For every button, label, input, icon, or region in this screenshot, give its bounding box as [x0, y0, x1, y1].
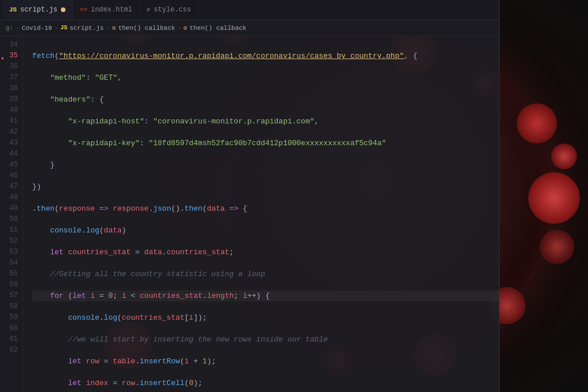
ln-48: 48 [0, 192, 22, 203]
tab-index-html-label: index.html [91, 6, 132, 14]
ln-53: 53 [0, 247, 22, 258]
tab-style-css-label: style.css [154, 6, 191, 14]
tab-index-html[interactable]: <> index.html [73, 0, 140, 20]
html-file-icon: <> [80, 6, 87, 13]
code-line-44: //Getting all the country statistic usin… [32, 269, 499, 280]
virus-spike-12 [551, 143, 577, 169]
code-line-49: let index = row.insertCell(0); [32, 378, 499, 389]
js-file-icon: JS [9, 6, 17, 13]
css-file-icon: # [146, 6, 150, 13]
tab-bar: JS script.js <> index.html # style.css [0, 0, 499, 20]
code-line-47: //we will start by inserting the new row… [32, 334, 499, 345]
ln-39: 39 [0, 94, 22, 105]
ln-41: 41 [0, 116, 22, 127]
breadcrumb-callback-icon-1: ⊙ [112, 24, 116, 32]
breadcrumb-scriptjs[interactable]: script.js [69, 25, 103, 32]
ln-59: 59 [0, 312, 22, 323]
code-content[interactable]: fetch("https://coronavirus-monitor.p.rap… [23, 36, 499, 392]
code-line-43: let countries_stat = data.countries_stat… [32, 247, 499, 258]
code-line-38: "x-rapidapi-key": "18fd8597d4msh52fac90b… [32, 138, 499, 149]
code-line-36: "headers": { [32, 94, 499, 105]
code-line-46: console.log(countries_stat[i]); [32, 312, 499, 323]
ln-45: 45 [0, 160, 22, 170]
tab-modified-dot [61, 7, 65, 12]
ln-57: 57 [0, 290, 22, 301]
ln-46: 46 [0, 170, 22, 181]
tab-script-js[interactable]: JS script.js [2, 0, 73, 20]
code-line-39: } [32, 160, 499, 170]
ln-44: 44 [0, 149, 22, 160]
breadcrumb: g: › Covid-19 › JS script.js › ⊙ then() … [0, 20, 499, 36]
breadcrumb-js-icon: JS [60, 25, 67, 31]
ln-37: 37 [0, 72, 22, 83]
code-line-40: }) [32, 181, 499, 192]
ln-35: 35 [0, 51, 22, 61]
ln-52: 52 [0, 236, 22, 247]
ln-55: 55 [0, 269, 22, 280]
code-line-42: console.log(data) [32, 225, 499, 236]
breadcrumb-callback-icon-2: ⊙ [184, 24, 188, 32]
code-line-34: fetch("https://coronavirus-monitor.p.rap… [32, 51, 499, 61]
code-line-41: .then(response => response.json().then(d… [32, 203, 499, 214]
ln-51: 51 [0, 225, 22, 236]
virus-spike-4 [517, 103, 557, 143]
breadcrumb-then-callback-1[interactable]: then() callback [118, 25, 175, 32]
ln-61: 61 [0, 334, 22, 345]
tab-script-js-label: script.js [20, 6, 57, 14]
code-line-48: let row = table.insertRow(i + 1); [32, 356, 499, 367]
ln-60: 60 [0, 323, 22, 334]
ln-42: 42 [0, 127, 22, 138]
code-line-45: for (let i = 0; i < countries_stat.lengt… [32, 290, 499, 301]
ln-43: 43 [0, 138, 22, 149]
ln-56: 56 [0, 280, 22, 290]
ln-50: 50 [0, 214, 22, 225]
ln-58: 58 [0, 301, 22, 312]
ln-49: 49 [0, 203, 22, 214]
line-numbers: 34 35 36 37 38 39 40 41 42 43 44 45 46 4… [0, 36, 23, 392]
code-line-37: "x-rapidapi-host": "coronavirus-monitor.… [32, 116, 499, 127]
ln-62: 62 [0, 345, 22, 356]
virus-spike-5 [528, 172, 580, 224]
breadcrumb-then-callback-2[interactable]: then() callback [189, 25, 246, 32]
virus-spike-11 [540, 230, 574, 264]
code-area: 34 35 36 37 38 39 40 41 42 43 44 45 46 4… [0, 36, 499, 392]
code-line-35: "method": "GET", [32, 72, 499, 83]
breadcrumb-g: g: [6, 25, 13, 32]
breadcrumb-covid19[interactable]: Covid-19 [22, 25, 52, 32]
ln-40: 40 [0, 105, 22, 116]
code-editor: JS script.js <> index.html # style.css g… [0, 0, 500, 392]
ln-47: 47 [0, 181, 22, 192]
ln-34: 34 [0, 40, 22, 51]
ln-38: 38 [0, 83, 22, 94]
ln-54: 54 [0, 258, 22, 269]
tab-style-css[interactable]: # style.css [140, 0, 198, 20]
